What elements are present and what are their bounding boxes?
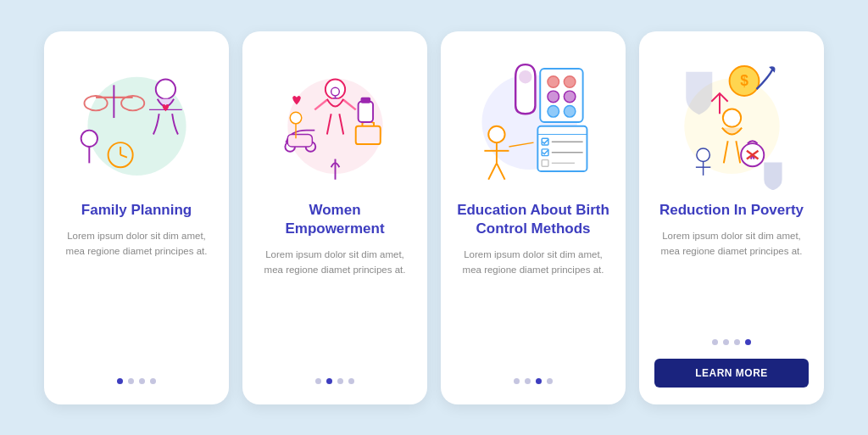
- card-title-family-planning: Family Planning: [81, 201, 192, 220]
- dot-2: [326, 378, 332, 384]
- dot-3: [536, 378, 542, 384]
- card-text-birth-control: Lorem ipsum dolor sit dim amet, mea regi…: [456, 247, 610, 366]
- svg-rect-25: [358, 102, 372, 122]
- svg-point-47: [488, 126, 504, 142]
- dot-1: [514, 378, 520, 384]
- dots-birth-control: [514, 378, 553, 384]
- card-text-family-planning: Lorem ipsum dolor sit dim amet, mea regi…: [59, 228, 214, 366]
- dot-1: [712, 339, 718, 345]
- card-birth-control: Education About Birth Control Methods Lo…: [441, 31, 626, 404]
- svg-rect-32: [540, 69, 582, 122]
- illustration-birth-control: [465, 48, 601, 192]
- svg-text:$: $: [740, 72, 748, 89]
- svg-point-38: [564, 106, 576, 118]
- card-text-reduction-poverty: Lorem ipsum dolor sit dim amet, mea regi…: [654, 228, 809, 327]
- dots-reduction-poverty: [712, 339, 751, 345]
- card-reduction-poverty: $: [639, 31, 824, 404]
- dot-3: [734, 339, 740, 345]
- svg-point-37: [547, 106, 559, 118]
- svg-point-64: [696, 148, 709, 162]
- svg-point-34: [564, 76, 576, 88]
- dots-family-planning: [117, 378, 156, 384]
- illustration-family-planning: [69, 48, 204, 192]
- dot-4: [348, 378, 354, 384]
- card-family-planning: Family Planning Lorem ipsum dolor sit di…: [44, 31, 229, 404]
- illustration-women-empowerment: [267, 48, 403, 192]
- svg-point-31: [519, 70, 532, 84]
- dot-1: [315, 378, 321, 384]
- svg-point-10: [155, 80, 175, 99]
- learn-more-button[interactable]: LEARN MORE: [654, 359, 809, 388]
- dot-2: [723, 339, 729, 345]
- svg-line-51: [496, 163, 504, 179]
- dot-3: [139, 378, 145, 384]
- dot-4: [547, 378, 553, 384]
- svg-rect-23: [287, 134, 312, 147]
- card-title-reduction-poverty: Reduction In Poverty: [659, 201, 804, 220]
- dot-4: [745, 339, 751, 345]
- cards-container: Family Planning Lorem ipsum dolor sit di…: [20, 11, 848, 425]
- svg-rect-26: [360, 98, 370, 103]
- card-women-empowerment: Women Empowerment Lorem ipsum dolor sit …: [242, 31, 427, 404]
- card-title-women-empowerment: Women Empowerment: [258, 201, 412, 238]
- svg-point-33: [547, 76, 559, 88]
- illustration-reduction-poverty: $: [664, 48, 799, 192]
- dot-2: [128, 378, 134, 384]
- svg-point-27: [290, 112, 302, 124]
- svg-point-5: [81, 131, 97, 147]
- svg-line-50: [488, 163, 497, 179]
- dot-1: [117, 378, 123, 384]
- svg-point-36: [564, 91, 576, 103]
- dot-4: [150, 378, 156, 384]
- svg-point-35: [547, 91, 559, 103]
- dot-2: [525, 378, 531, 384]
- dots-women-empowerment: [315, 378, 354, 384]
- dot-3: [337, 378, 343, 384]
- svg-point-56: [722, 109, 740, 126]
- card-title-birth-control: Education About Birth Control Methods: [456, 201, 610, 238]
- card-text-women-empowerment: Lorem ipsum dolor sit dim amet, mea regi…: [258, 247, 412, 366]
